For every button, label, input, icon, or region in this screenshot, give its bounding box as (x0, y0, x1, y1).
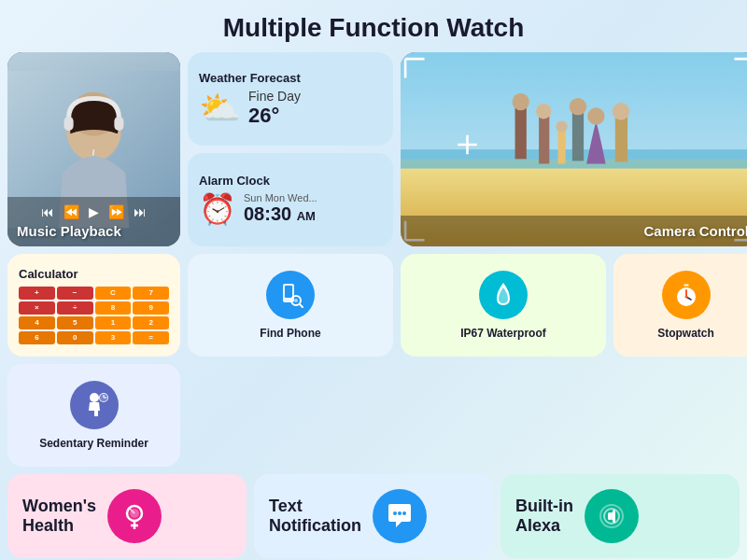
svg-rect-10 (539, 116, 549, 163)
weather-temperature: 26° (248, 104, 301, 128)
stopwatch-svg-icon (672, 280, 700, 310)
svg-rect-30 (285, 286, 292, 298)
svg-point-53 (398, 511, 402, 515)
svg-point-42 (90, 393, 99, 402)
svg-rect-3 (64, 117, 74, 131)
svg-line-40 (691, 284, 693, 286)
alarm-days: Sun Mon Wed... (244, 192, 317, 203)
svg-point-13 (556, 120, 567, 132)
main-grid: Weather Forecast ⛅ Fine Day 26° (0, 52, 747, 474)
svg-line-39 (680, 284, 682, 286)
camera-overlay: Camera Control (401, 216, 747, 246)
alexa-symbol-icon (597, 501, 627, 531)
svg-line-32 (300, 304, 303, 307)
calc-btn[interactable]: 8 (95, 301, 132, 315)
stopwatch-label: Stopwatch (657, 327, 714, 340)
music-label: Music Playback (17, 223, 171, 239)
calculator-card: Calculator + − C 7 × ÷ 8 9 4 5 1 2 6 0 3… (7, 254, 180, 357)
svg-rect-58 (608, 512, 611, 520)
svg-point-18 (613, 103, 629, 119)
svg-point-11 (536, 104, 551, 119)
weather-title: Weather Forecast (199, 71, 382, 85)
calc-btn[interactable]: + (19, 287, 55, 300)
music-card: ⏮ ⏪ ▶ ⏩ ⏭ Music Playback (7, 52, 180, 246)
svg-point-52 (393, 511, 397, 515)
alexa-card[interactable]: Built-in Alexa (500, 474, 740, 558)
alexa-label: Built-in Alexa (515, 497, 573, 537)
stopwatch-card[interactable]: Stopwatch (613, 254, 747, 357)
bottom-row: Women's Health Text Notification (0, 474, 747, 560)
stopwatch-icon (662, 271, 711, 319)
alexa-icon (585, 489, 639, 543)
weather-icon: ⛅ (199, 89, 241, 128)
camera-label: Camera Control (410, 223, 747, 239)
female-symbol-icon (120, 501, 149, 531)
alarm-icon: ⏰ (199, 191, 236, 227)
text-notification-card[interactable]: Text Notification (254, 474, 493, 558)
calc-btn[interactable]: ÷ (57, 301, 93, 315)
svg-rect-8 (515, 106, 527, 159)
phone-search-icon (276, 281, 304, 309)
fast-forward-button[interactable]: ⏩ (108, 204, 124, 219)
chat-bubble-icon (385, 501, 415, 531)
water-drop-icon (489, 280, 517, 310)
waterproof-label: IP67 Waterproof (460, 327, 546, 340)
calculator-title: Calculator (19, 267, 78, 281)
next-track-button[interactable]: ⏭ (134, 204, 147, 219)
alarm-card: Alarm Clock ⏰ Sun Mon Wed... 08:30 AM (188, 153, 393, 246)
music-controls: ⏮ ⏪ ▶ ⏩ ⏭ (17, 204, 171, 219)
calc-btn[interactable]: 0 (57, 331, 93, 344)
text-notification-icon (373, 489, 427, 543)
weather-condition: Fine Day (248, 89, 301, 104)
calc-btn[interactable]: C (95, 287, 132, 300)
svg-rect-17 (615, 116, 627, 161)
weather-card: Weather Forecast ⛅ Fine Day 26° (188, 52, 393, 146)
calc-btn[interactable]: 6 (19, 331, 55, 344)
prev-track-button[interactable]: ⏮ (41, 204, 54, 219)
svg-rect-38 (684, 284, 689, 287)
page-title: Multiple Function Watch (0, 0, 747, 52)
find-phone-card[interactable]: Find Phone (188, 254, 393, 357)
calc-btn[interactable]: × (19, 301, 55, 315)
camera-card: Camera Control (401, 52, 747, 246)
calc-btn[interactable]: 5 (57, 316, 93, 329)
svg-rect-59 (613, 510, 615, 523)
rewind-button[interactable]: ⏪ (63, 204, 79, 219)
svg-point-9 (512, 93, 529, 110)
womens-health-label: Women's Health (22, 497, 96, 537)
find-phone-label: Find Phone (260, 327, 320, 340)
svg-point-54 (402, 511, 406, 515)
calc-btn[interactable]: 7 (133, 287, 169, 300)
waterproof-icon (479, 271, 528, 319)
find-phone-icon (266, 271, 315, 319)
calc-btn[interactable]: 4 (19, 316, 55, 329)
calc-btn[interactable]: 9 (133, 301, 169, 315)
sedentary-card[interactable]: Sedentary Reminder (7, 364, 180, 467)
calc-btn[interactable]: 3 (95, 331, 132, 344)
calc-btn[interactable]: 1 (95, 316, 132, 329)
text-notification-label: Text Notification (269, 497, 361, 537)
svg-point-41 (684, 296, 687, 299)
womens-health-icon (107, 489, 162, 543)
alarm-time: 08:30 AM (244, 203, 317, 225)
sedentary-label: Sedentary Reminder (39, 437, 148, 450)
calc-btn[interactable]: = (133, 331, 169, 344)
svg-rect-12 (558, 131, 566, 164)
womens-health-card[interactable]: Women's Health (7, 474, 247, 558)
alarm-title: Alarm Clock (199, 174, 382, 188)
waterproof-card[interactable]: IP67 Waterproof (401, 254, 606, 357)
calc-btn[interactable]: 2 (133, 316, 169, 329)
svg-rect-4 (114, 117, 123, 131)
music-overlay: ⏮ ⏪ ▶ ⏩ ⏭ Music Playback (7, 197, 180, 246)
calculator-grid: + − C 7 × ÷ 8 9 4 5 1 2 6 0 3 = (19, 287, 169, 344)
sedentary-icon (70, 381, 119, 429)
play-button[interactable]: ▶ (89, 204, 99, 219)
calc-btn[interactable]: − (57, 287, 93, 300)
svg-rect-14 (572, 111, 584, 161)
svg-point-33 (294, 299, 298, 302)
person-sitting-icon (79, 390, 109, 420)
svg-point-15 (570, 98, 586, 115)
svg-point-16 (587, 107, 604, 124)
